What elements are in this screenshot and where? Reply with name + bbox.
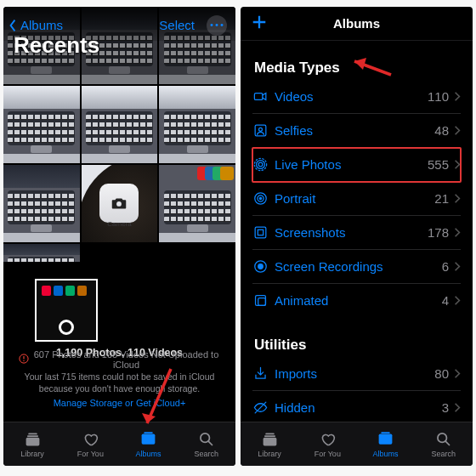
albums-icon	[376, 430, 395, 448]
albums-list[interactable]: Media Types Videos110Selfies48Live Photo…	[241, 41, 473, 466]
camera-app-icon	[99, 184, 139, 223]
select-button[interactable]: Select	[159, 18, 195, 32]
import-icon	[252, 366, 275, 382]
rec-icon	[252, 258, 275, 275]
photo-thumb[interactable]	[3, 165, 80, 242]
svg-point-26	[259, 197, 261, 199]
svg-point-30	[258, 264, 264, 269]
svg-point-2	[216, 24, 218, 26]
album-row-label: Portrait	[275, 191, 434, 206]
album-row-portrait[interactable]: Portrait21	[252, 182, 461, 216]
back-button[interactable]: Albums	[8, 18, 63, 32]
album-row-live[interactable]: Live Photos555	[252, 148, 461, 182]
svg-line-13	[209, 441, 212, 445]
svg-point-3	[221, 24, 224, 26]
album-row-label: Selfies	[275, 123, 434, 138]
album-row-count: 4	[442, 293, 449, 308]
tab-foryou[interactable]: For You	[298, 422, 356, 466]
library-icon	[23, 430, 42, 448]
manage-storage-link[interactable]: Manage Storage or Get iCloud+	[19, 398, 220, 408]
svg-rect-11	[144, 432, 153, 434]
album-row-hidden[interactable]: Hidden3	[252, 391, 461, 425]
svg-rect-9	[26, 437, 39, 445]
tab-albums[interactable]: Albums	[357, 422, 415, 466]
animated-icon	[252, 292, 275, 309]
add-button[interactable]	[251, 14, 268, 34]
foryou-icon	[81, 430, 100, 448]
library-icon	[260, 430, 280, 448]
chevron-right-icon	[454, 402, 461, 413]
album-row-label: Videos	[275, 89, 428, 104]
tab-foryou[interactable]: For You	[61, 422, 119, 466]
chevron-right-icon	[454, 295, 461, 306]
right-header: Albums	[241, 7, 473, 41]
svg-point-20	[259, 128, 263, 131]
svg-rect-18	[254, 93, 263, 99]
live-icon	[252, 156, 275, 173]
tab-albums[interactable]: Albums	[120, 422, 178, 466]
album-row-rec[interactable]: Screen Recordings6	[252, 250, 461, 284]
right-title: Albums	[333, 16, 380, 31]
svg-rect-36	[265, 433, 275, 434]
album-row-screenshot[interactable]: Screenshots178	[252, 216, 461, 250]
page-title: Recents	[14, 32, 99, 59]
album-row-count: 21	[434, 191, 449, 206]
chevron-right-icon	[454, 227, 461, 238]
selected-photo-thumb[interactable]	[35, 279, 98, 342]
albums-icon	[139, 430, 158, 448]
section-media-types: Media Types	[252, 41, 461, 80]
chevron-right-icon	[454, 261, 461, 272]
warning-icon	[19, 354, 29, 366]
plus-icon	[251, 14, 268, 31]
album-row-count: 555	[428, 157, 449, 172]
chevron-right-icon	[454, 91, 461, 102]
icloud-warning: 607 Photos and 108 Videos Not Uploaded t…	[3, 349, 235, 407]
tab-search[interactable]: Search	[415, 422, 473, 466]
photo-thumb[interactable]	[82, 86, 158, 163]
album-row-count: 6	[442, 259, 449, 274]
svg-rect-7	[28, 433, 37, 434]
photo-thumb[interactable]	[159, 165, 235, 242]
svg-rect-38	[263, 437, 276, 445]
album-row-video[interactable]: Videos110	[252, 80, 461, 114]
portrait-icon	[252, 190, 275, 207]
warning-headline: 607 Photos and 108 Videos Not Uploaded t…	[32, 349, 220, 370]
svg-point-1	[211, 24, 213, 26]
photo-thumb[interactable]	[159, 86, 235, 163]
back-label: Albums	[20, 18, 63, 32]
tab-library[interactable]: Library	[3, 422, 61, 466]
album-row-animated[interactable]: Animated4	[252, 284, 461, 318]
ellipsis-icon	[210, 23, 224, 27]
svg-rect-10	[142, 434, 156, 444]
photo-thumb-camera-app[interactable]: Camera	[82, 165, 158, 242]
tab-bar: Library For You Albums Search	[241, 422, 473, 466]
screenshot-icon	[252, 224, 275, 241]
svg-point-21	[258, 162, 263, 167]
phone-right: Albums Media Types Videos110Selfies48Liv…	[241, 7, 473, 466]
tab-library[interactable]: Library	[241, 422, 298, 466]
album-row-count: 48	[434, 123, 449, 138]
album-row-label: Live Photos	[275, 157, 428, 172]
chevron-right-icon	[454, 368, 461, 379]
svg-rect-8	[27, 435, 38, 437]
search-icon	[434, 430, 453, 448]
svg-rect-40	[381, 432, 390, 434]
album-row-count: 3	[442, 400, 449, 415]
svg-line-42	[446, 441, 450, 445]
tab-search[interactable]: Search	[178, 422, 235, 466]
album-row-import[interactable]: Imports80	[252, 357, 461, 391]
album-row-count: 178	[428, 225, 449, 240]
photo-thumb[interactable]	[3, 86, 80, 163]
more-button[interactable]	[207, 15, 227, 36]
album-row-label: Screenshots	[275, 225, 428, 240]
video-icon	[252, 88, 275, 105]
chevron-right-icon	[454, 125, 461, 136]
svg-rect-32	[258, 298, 266, 306]
warning-body: Your last 715 items could not be saved i…	[19, 371, 220, 394]
phone-left: Camera Albums Select Recents 1,	[3, 7, 235, 466]
foryou-icon	[318, 430, 337, 448]
album-row-label: Screen Recordings	[275, 259, 442, 274]
section-utilities: Utilities	[252, 318, 461, 357]
album-row-selfie[interactable]: Selfies48	[252, 114, 461, 148]
album-row-count: 110	[428, 89, 449, 104]
